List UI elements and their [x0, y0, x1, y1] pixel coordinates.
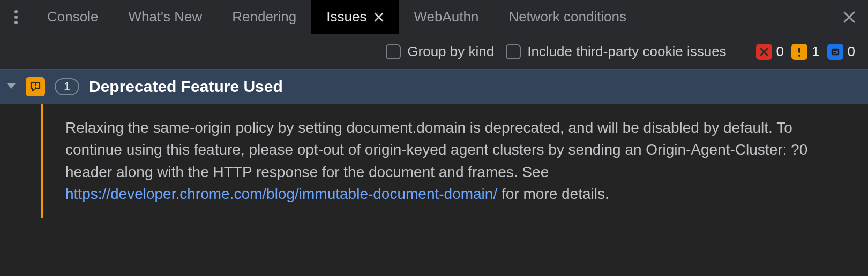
error-icon: [756, 44, 772, 60]
warning-count: 1: [812, 43, 819, 60]
issue-gutter: [0, 104, 43, 218]
issue-count: 1: [64, 80, 70, 94]
tab-console[interactable]: Console: [32, 0, 113, 34]
severity-bar: [41, 104, 43, 218]
panel-tab-bar: Console What's New Rendering Issues WebA…: [0, 0, 868, 34]
error-count: 0: [776, 43, 784, 60]
tab-label: Console: [47, 9, 98, 25]
tab-webauthn[interactable]: WebAuthn: [399, 0, 493, 34]
issue-text: for more details.: [497, 186, 609, 202]
issue-count-pill: 1: [55, 78, 79, 95]
close-tab-button[interactable]: [374, 12, 384, 22]
tab-network-conditions[interactable]: Network conditions: [493, 0, 641, 34]
issue-title: Deprecated Feature Used: [89, 78, 283, 96]
vertical-dots-icon: [14, 10, 18, 24]
tab-list: Console What's New Rendering Issues WebA…: [32, 0, 641, 34]
checkbox-icon: [506, 44, 521, 59]
warning-counter[interactable]: 1: [791, 43, 819, 60]
warning-icon: [791, 44, 807, 60]
tab-label: Network conditions: [508, 9, 626, 25]
svg-point-2: [14, 21, 18, 24]
svg-point-0: [14, 10, 18, 13]
info-icon: [827, 44, 843, 60]
tab-whats-new[interactable]: What's New: [113, 0, 217, 34]
issue-text: Relaxing the same-origin policy by setti…: [65, 119, 807, 180]
close-icon: [843, 11, 856, 24]
issue-header-row[interactable]: 1 Deprecated Feature Used: [0, 70, 868, 104]
svg-rect-4: [798, 55, 800, 57]
info-counter[interactable]: 0: [827, 43, 855, 60]
close-panel-button[interactable]: [830, 0, 868, 34]
issue-counters: 0 1 0: [756, 43, 855, 60]
issue-body-region: Relaxing the same-origin policy by setti…: [0, 104, 868, 218]
tab-label: WebAuthn: [414, 9, 478, 25]
info-count: 0: [848, 43, 855, 60]
tab-label: Issues: [326, 9, 366, 25]
issue-doc-link[interactable]: https://developer.chrome.com/blog/immuta…: [65, 186, 497, 202]
divider: [742, 43, 742, 61]
issue-description: Relaxing the same-origin policy by setti…: [43, 104, 868, 218]
include-third-party-checkbox[interactable]: Include third-party cookie issues: [506, 43, 726, 60]
group-by-kind-checkbox[interactable]: Group by kind: [386, 43, 494, 60]
issues-toolbar: Group by kind Include third-party cookie…: [0, 34, 868, 70]
checkbox-icon: [386, 44, 401, 59]
tab-label: Rendering: [232, 9, 296, 25]
svg-rect-7: [35, 87, 36, 88]
svg-point-1: [14, 16, 18, 19]
close-icon: [374, 12, 384, 22]
error-counter[interactable]: 0: [756, 43, 784, 60]
tab-issues[interactable]: Issues: [311, 0, 399, 34]
more-tabs-button[interactable]: [0, 0, 32, 34]
svg-rect-6: [35, 83, 36, 86]
chevron-down-icon: [6, 83, 16, 90]
disclosure-triangle[interactable]: [6, 83, 16, 90]
warning-bubble-icon: [26, 77, 45, 96]
tab-rendering[interactable]: Rendering: [217, 0, 311, 34]
checkbox-label: Group by kind: [407, 43, 494, 60]
checkbox-label: Include third-party cookie issues: [527, 43, 726, 60]
svg-rect-3: [798, 48, 800, 53]
tab-label: What's New: [128, 9, 202, 25]
